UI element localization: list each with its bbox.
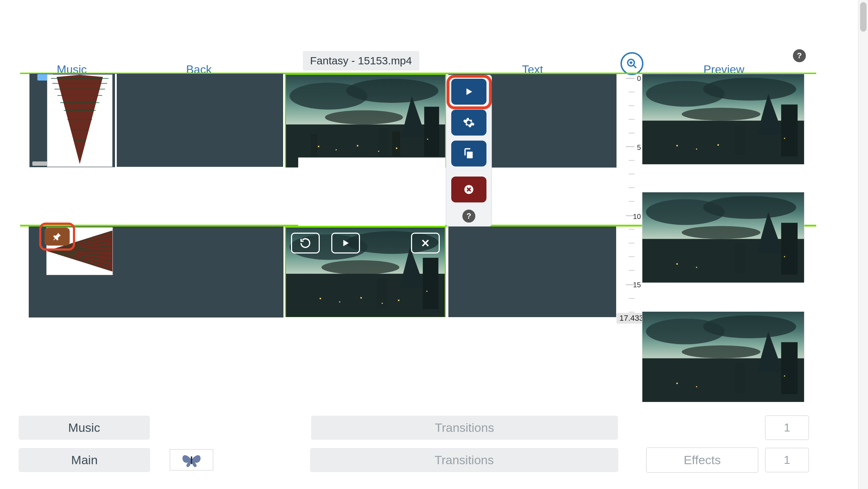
svg-rect-45 [423, 258, 438, 309]
svg-rect-51 [398, 300, 400, 301]
preview-thumb[interactable] [642, 74, 804, 164]
video-thumbnail [286, 75, 445, 168]
reset-icon [300, 237, 311, 249]
svg-point-64 [682, 108, 761, 121]
transitions-button[interactable]: Transitions [311, 416, 618, 440]
svg-point-87 [682, 346, 761, 358]
svg-point-63 [703, 78, 796, 101]
popup-help-button[interactable]: ? [462, 210, 475, 223]
svg-rect-92 [677, 383, 678, 384]
svg-rect-83 [784, 256, 785, 257]
svg-rect-57 [467, 152, 473, 159]
play-button[interactable] [331, 233, 360, 253]
clip-action-popup: ? [446, 75, 492, 227]
svg-rect-30 [378, 128, 388, 156]
track-label-music[interactable]: Music [19, 416, 150, 440]
svg-point-86 [703, 315, 796, 338]
svg-rect-48 [339, 301, 340, 302]
video-thumbnail [642, 312, 804, 402]
svg-marker-53 [343, 240, 349, 246]
delete-icon [463, 184, 474, 195]
reset-button[interactable] [291, 233, 320, 253]
popup-settings-button[interactable] [451, 110, 486, 136]
svg-rect-72 [784, 138, 785, 139]
svg-rect-52 [426, 291, 428, 292]
popup-duplicate-button[interactable] [451, 141, 486, 166]
svg-rect-35 [357, 145, 358, 146]
ruler-label: 10 [633, 212, 641, 221]
help-button[interactable]: ? [793, 49, 806, 62]
play-icon [341, 238, 350, 248]
svg-point-25 [346, 79, 439, 103]
svg-rect-91 [735, 363, 745, 393]
close-button[interactable] [411, 233, 440, 253]
svg-rect-93 [696, 386, 697, 387]
time-ruler: 0 5 10 15 [617, 74, 642, 317]
butterfly-icon [180, 451, 203, 469]
svg-rect-67 [781, 105, 798, 156]
svg-rect-32 [311, 134, 317, 156]
close-icon [420, 238, 430, 248]
svg-marker-56 [466, 88, 472, 95]
svg-rect-34 [336, 149, 337, 150]
effects-button[interactable]: Effects [646, 447, 758, 473]
track-count[interactable]: 1 [765, 415, 809, 440]
pin-icon [52, 232, 62, 242]
svg-point-76 [682, 226, 761, 239]
butterfly-thumbnail[interactable] [170, 449, 213, 471]
zoom-in-button[interactable] [620, 52, 643, 75]
preview-thumb[interactable] [642, 311, 804, 402]
svg-rect-49 [360, 297, 362, 298]
svg-line-1 [633, 65, 636, 68]
scroll-thumb[interactable] [860, 2, 867, 32]
zoom-in-icon [626, 58, 638, 69]
svg-rect-79 [781, 223, 798, 275]
popup-delete-button[interactable] [451, 177, 486, 202]
svg-rect-95 [191, 456, 192, 464]
svg-point-75 [703, 196, 796, 219]
svg-rect-82 [696, 267, 697, 268]
svg-rect-33 [318, 146, 319, 147]
svg-rect-94 [784, 375, 785, 376]
svg-point-26 [325, 110, 403, 124]
clip-filename: Fantasy - 15153.mp4 [303, 51, 419, 70]
svg-rect-68 [735, 125, 745, 155]
svg-rect-81 [677, 263, 678, 265]
pin-button[interactable] [45, 228, 70, 246]
track-label-main[interactable]: Main [19, 448, 150, 472]
ruler-label: 5 [637, 143, 641, 152]
svg-rect-69 [677, 145, 678, 146]
svg-rect-71 [717, 144, 719, 146]
preview-thumb[interactable] [642, 192, 804, 283]
audio-waveform-card[interactable] [47, 74, 112, 167]
gear-icon [463, 116, 475, 129]
svg-point-42 [322, 260, 400, 274]
popup-play-button[interactable] [451, 79, 486, 105]
video-thumbnail [642, 74, 804, 164]
svg-rect-47 [320, 298, 321, 299]
track-count[interactable]: 1 [765, 448, 809, 472]
lane-text-2[interactable] [448, 227, 616, 317]
duplicate-icon [463, 148, 475, 159]
svg-rect-29 [424, 107, 439, 156]
svg-rect-80 [735, 244, 745, 273]
svg-rect-50 [382, 303, 383, 304]
svg-rect-36 [378, 151, 379, 152]
clip-gap [298, 157, 445, 226]
lane-back-1[interactable] [117, 74, 283, 167]
svg-rect-90 [781, 342, 798, 394]
video-clip-1[interactable] [285, 74, 446, 168]
svg-rect-37 [396, 147, 397, 149]
waveform-icon [47, 75, 112, 166]
clip-bar [32, 161, 48, 166]
svg-rect-38 [427, 139, 428, 140]
play-icon [463, 86, 475, 97]
video-thumbnail [642, 192, 804, 283]
ruler-label: 0 [637, 74, 641, 83]
window-scrollbar[interactable] [858, 0, 868, 489]
transitions-button[interactable]: Transitions [310, 448, 618, 472]
svg-rect-31 [392, 132, 400, 156]
svg-rect-70 [696, 148, 697, 150]
